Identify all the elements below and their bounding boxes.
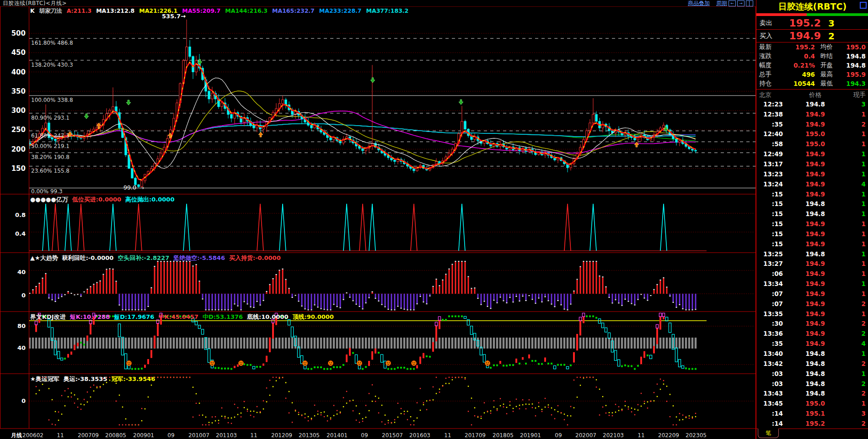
tape-price: 194.9 [783,121,847,128]
stat-label: 开盘 [820,61,845,69]
tape-time: :15 [759,220,783,227]
quote-panel: 日胶连续(RBTC) 卖出 195.2 3 买入 194.9 2 最新195.2… [756,0,868,439]
y-axis-label: 0.8 [15,212,26,218]
tape-lots: 1 [847,220,866,227]
tape-row[interactable]: 12:40195.01 [756,129,868,139]
tape-row[interactable]: :15194.91 [756,189,868,199]
tape-time: :14 [759,420,783,427]
tape-lots: 2 [847,330,866,337]
tape-row[interactable]: :58195.01 [756,139,868,149]
tape-row[interactable]: :15194.91 [756,239,868,249]
smiley-face-icon [239,361,244,366]
tape-lots: 4 [847,180,866,188]
stat-value: 194.3 [845,80,866,87]
x-axis-tick: 201507 [382,432,403,439]
prev-window-icon[interactable]: ← [729,0,736,6]
tape-row[interactable]: 12:23194.83 [756,99,868,109]
y-axis-label: 400 [11,68,26,76]
quote-stat-row: 总手496最高195.9 [756,70,868,79]
smiley-face-icon [485,361,490,366]
tape-row[interactable]: 13:24194.94 [756,179,868,189]
tape-row[interactable]: :14195.22 [756,418,868,428]
tape-row[interactable]: :35194.94 [756,339,868,349]
tape-row[interactable]: :15194.81 [756,199,868,209]
tape-price: 195.2 [783,420,847,427]
tape-row[interactable]: 13:42194.82 [756,359,868,369]
tape-row[interactable]: 12:49194.91 [756,149,868,159]
tape-price: 194.9 [783,310,847,317]
split-window-icon[interactable] [746,0,753,6]
tape-price: 195.0 [783,130,847,138]
tape-time: 12:40 [759,130,783,138]
stat-label: 昨结 [820,52,845,60]
tape-row[interactable]: 13:35194.91 [756,309,868,319]
tape-row[interactable]: :06194.91 [756,269,868,279]
tab-tick-detail[interactable]: 笔 [758,428,779,438]
low-arrow-icon: → [139,185,144,191]
tape-lots: 2 [847,360,866,367]
tape-row[interactable]: 13:45195.01 [756,398,868,408]
tape-row[interactable]: :03194.82 [756,379,868,389]
y-axis-label: 150 [11,164,26,173]
y-axis-label: 0 [21,397,26,404]
tape-price: 194.9 [783,180,847,188]
tape-time: :35 [759,121,783,128]
stat-label: 涨跌 [759,52,783,60]
tape-row[interactable]: 13:23194.91 [756,169,868,179]
x-axis-tick: 202305 [686,432,707,439]
x-axis-tick: 201007 [188,432,209,439]
tape-time: :58 [759,140,783,148]
tape-lots: 4 [847,340,866,347]
tape-row[interactable]: 13:36194.92 [756,328,868,339]
stat-label: 最新 [759,43,783,51]
indicator-value: 顶线:90.0000 [293,313,334,320]
tape-row[interactable]: 12:38194.91 [756,109,868,119]
tape-row[interactable]: :07194.92 [756,299,868,309]
tape-row[interactable]: 13:17194.91 [756,159,868,169]
indicator-value: 高位抛出:0.0000 [125,196,174,203]
x-axis-tick: 11 [57,432,64,439]
overlay-commodity-link[interactable]: 商品叠加 [688,0,710,7]
tape-price: 194.9 [783,190,847,198]
tape-row[interactable]: :15194.81 [756,209,868,219]
tape-row[interactable]: 13:25194.81 [756,249,868,259]
tape-lots: 2 [847,121,866,128]
chart-canvas[interactable]: 500450400350300250200150161.80% 486.8138… [0,0,756,439]
tape-row[interactable]: :15194.91 [756,229,868,239]
tape-lots: 2 [847,390,866,397]
tape-row[interactable]: :03194.81 [756,369,868,379]
next-window-icon[interactable]: → [737,0,745,6]
tape-time: :07 [759,300,783,307]
stat-label: 最高 [820,70,845,79]
tape-price: 194.9 [783,320,847,327]
stat-value: 0.4 [783,53,815,60]
tape-price: 194.8 [783,100,847,108]
panel-yiwan-header: ●●●●●亿万低位买进:0.0000高位抛出:0.0000 [30,196,178,204]
period-link[interactable]: 周期 [716,0,727,7]
tape-row[interactable]: 13:27194.91 [756,259,868,269]
tape-time: 13:43 [759,390,783,397]
time-and-sales-list[interactable]: 12:23194.8312:38194.91:35194.9212:40195.… [756,99,868,428]
maximize-icon[interactable] [860,2,867,9]
ask-row[interactable]: 卖出 195.2 3 [756,17,868,29]
tape-row[interactable]: 13:43194.82 [756,388,868,398]
tape-price: 194.9 [783,150,847,158]
x-axis-tick: 200901 [133,432,154,439]
ask-qty: 3 [828,18,835,29]
tape-row[interactable]: :15194.91 [756,219,868,229]
tape-lots: 2 [847,300,866,307]
tape-time: :06 [759,270,783,277]
x-axis-tick: 201709 [465,432,486,439]
tape-row[interactable]: :07194.91 [756,289,868,299]
tape-row[interactable]: 13:40194.81 [756,349,868,359]
smiley-face-icon [303,361,308,366]
tape-row[interactable]: :35194.92 [756,119,868,129]
period-label[interactable]: 月线 [11,432,22,439]
x-axis-tick: 201401 [327,432,348,439]
bid-row[interactable]: 买入 194.9 2 [756,30,868,42]
tape-row[interactable]: 13:34194.91 [756,279,868,289]
tape-lots: 1 [847,230,866,238]
tape-row[interactable]: :30194.92 [756,319,868,329]
tape-price: 194.8 [783,370,847,377]
tape-row[interactable]: :14195.13 [756,408,868,418]
